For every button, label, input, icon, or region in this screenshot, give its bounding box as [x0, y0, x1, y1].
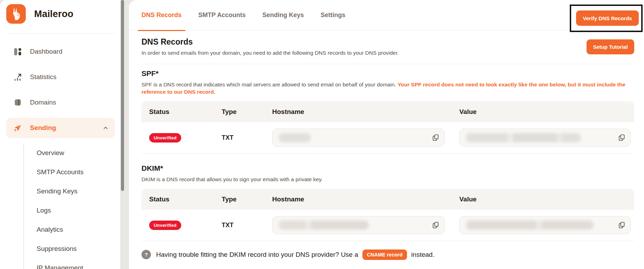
column-header-value: Value — [459, 195, 634, 203]
redacted-record-value — [466, 133, 581, 142]
redacted-record-value — [466, 221, 593, 230]
spf-table: Status Type Hostname Value Unverified TX… — [141, 101, 634, 154]
column-header-hostname: Hostname — [272, 195, 459, 203]
sidebar-scrollbar[interactable] — [121, 0, 124, 191]
spf-table-header: Status Type Hostname Value — [141, 101, 634, 122]
submenu-item-suppressions[interactable]: Suppressions — [37, 239, 115, 258]
spf-hostname-field[interactable] — [272, 129, 445, 147]
content: DNS Records In order to send emails from… — [129, 30, 644, 267]
sidebar-item-label: Sending — [30, 124, 56, 132]
sidebar-item-statistics[interactable]: Statistics — [6, 67, 115, 87]
record-type: TXT — [222, 134, 272, 141]
setup-tutorial-button[interactable]: Setup Tutorial — [586, 39, 634, 54]
sidebar-divider — [6, 33, 115, 33]
sidebar-item-sending[interactable]: Sending — [6, 118, 115, 138]
spf-title: SPF* — [141, 69, 634, 78]
sidebar: Maileroo Dashboard — [0, 0, 120, 269]
spf-description: SPF is a DNS record that indicates which… — [141, 81, 633, 96]
column-header-type: Type — [222, 108, 272, 116]
column-header-status: Status — [141, 195, 222, 203]
sidebar-item-dashboard[interactable]: Dashboard — [6, 41, 115, 62]
spf-value-field[interactable] — [459, 129, 631, 147]
copy-icon[interactable] — [432, 221, 439, 229]
dkim-hostname-field[interactable] — [272, 216, 445, 234]
submenu-item-analytics[interactable]: Analytics — [37, 220, 115, 239]
sidebar-item-label: Dashboard — [30, 48, 62, 55]
main-panel: DNS Records SMTP Accounts Sending Keys S… — [129, 0, 644, 269]
tab-sending-keys[interactable]: Sending Keys — [259, 0, 308, 30]
copy-icon[interactable] — [618, 134, 626, 141]
tab-dns-records[interactable]: DNS Records — [138, 0, 185, 30]
column-header-hostname: Hostname — [272, 108, 459, 116]
domains-icon — [13, 98, 22, 107]
help-text-suffix: instead. — [411, 251, 435, 259]
tabs-bar: DNS Records SMTP Accounts Sending Keys S… — [129, 0, 644, 30]
status-badge: Unverified — [149, 133, 181, 143]
submenu-item-sending-keys[interactable]: Sending Keys — [37, 182, 115, 201]
copy-icon[interactable] — [432, 134, 439, 141]
dkim-description: DKIM is a DNS record that allows you to … — [141, 176, 633, 183]
copy-icon[interactable] — [618, 221, 626, 229]
sidebar-nav: Dashboard Statistics Doma — [6, 41, 115, 269]
question-icon[interactable]: ? — [141, 250, 151, 259]
sidebar-item-label: Statistics — [30, 73, 56, 81]
spf-section: SPF* SPF is a DNS record that indicates … — [141, 64, 634, 154]
status-badge: Unverified — [149, 221, 181, 230]
maileroo-logo-icon — [6, 4, 26, 24]
verify-dns-records-button[interactable]: Verify DNS Records — [576, 10, 639, 26]
spf-description-normal: SPF is a DNS record that indicates which… — [141, 82, 398, 87]
column-header-value: Value — [459, 108, 634, 116]
sending-submenu: Overview SMTP Accounts Sending Keys Logs… — [23, 143, 115, 269]
tab-settings[interactable]: Settings — [317, 0, 349, 30]
dkim-title: DKIM* — [141, 164, 634, 172]
redacted-hostname-value — [279, 221, 369, 230]
record-type: TXT — [222, 222, 272, 229]
dkim-section: DKIM* DKIM is a DNS record that allows y… — [141, 154, 634, 267]
page-title: DNS Records — [141, 37, 399, 47]
sidebar-item-label: Domains — [30, 99, 56, 106]
submenu-item-logs[interactable]: Logs — [37, 201, 115, 220]
dkim-table-row: Unverified TXT — [141, 210, 634, 241]
submenu-item-smtp-accounts[interactable]: SMTP Accounts — [37, 162, 115, 182]
cname-record-button[interactable]: CNAME record — [362, 249, 407, 260]
page-subtitle: In order to send emails from your domain… — [141, 50, 399, 56]
dkim-value-field[interactable] — [459, 216, 631, 234]
statistics-icon — [13, 72, 22, 82]
dashboard-icon — [13, 47, 22, 56]
submenu-item-ip-management[interactable]: IP Management — [37, 258, 115, 269]
page-header: DNS Records In order to send emails from… — [141, 30, 634, 64]
dkim-table-header: Status Type Hostname Value — [141, 189, 634, 210]
brand[interactable]: Maileroo — [6, 4, 115, 24]
column-header-type: Type — [222, 195, 272, 203]
brand-name: Maileroo — [34, 9, 74, 20]
chevron-up-icon[interactable] — [102, 125, 109, 131]
dkim-table: Status Type Hostname Value Unverified TX… — [141, 189, 634, 241]
spf-table-row: Unverified TXT — [141, 122, 634, 154]
redacted-hostname-value — [279, 133, 311, 142]
tab-smtp-accounts[interactable]: SMTP Accounts — [194, 0, 250, 30]
send-icon — [13, 123, 22, 132]
dkim-help-row: ? Having trouble fitting the DKIM record… — [141, 249, 634, 267]
help-text-prefix: Having trouble fitting the DKIM record i… — [156, 251, 358, 259]
submenu-item-overview[interactable]: Overview — [37, 143, 115, 162]
sidebar-item-domains[interactable]: Domains — [6, 92, 115, 113]
column-header-status: Status — [141, 108, 222, 116]
